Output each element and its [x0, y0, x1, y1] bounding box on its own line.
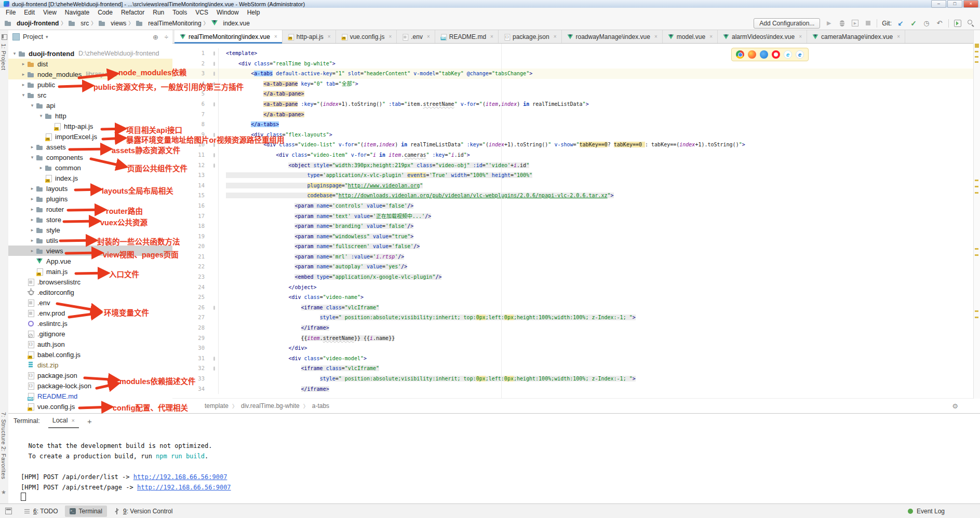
close-icon[interactable]: × — [72, 417, 75, 424]
tree-row-.eslintrc.js[interactable]: .eslintrc.js — [8, 318, 172, 329]
chevron-icon[interactable]: ▸ — [29, 238, 36, 243]
run-anything-icon[interactable] — [954, 19, 962, 28]
chevron-icon[interactable]: ▾ — [11, 51, 18, 56]
tree-row-components[interactable]: ▾components — [8, 152, 172, 162]
chevron-icon[interactable]: ▸ — [29, 144, 36, 149]
chevron-icon[interactable]: ▸ — [29, 227, 36, 233]
history-clock-icon[interactable]: ◷ — [922, 19, 931, 28]
close-button[interactable]: × — [963, 0, 978, 8]
tree-row-.browserslistrc[interactable]: .browserslistrc — [8, 277, 172, 287]
git-commit-icon[interactable]: ✓ — [909, 19, 918, 28]
close-icon[interactable]: × — [897, 34, 900, 39]
menu-item-help[interactable]: Help — [243, 9, 264, 16]
opera-browser-icon[interactable] — [772, 50, 780, 59]
tree-row-src[interactable]: ▾src — [8, 90, 172, 100]
chevron-icon[interactable]: ▸ — [37, 165, 45, 170]
tab-.env[interactable]: .env× — [397, 30, 435, 43]
chevron-icon[interactable]: ▾ — [20, 92, 27, 98]
close-icon[interactable]: × — [799, 34, 802, 39]
tree-row-style[interactable]: ▸style — [8, 225, 172, 235]
toolwindow-switcher-icon[interactable] — [5, 508, 12, 514]
tree-row-package-lock.json[interactable]: package-lock.json — [8, 380, 172, 391]
code-editor[interactable]: 1<template>2 <div class="realTime bg-whi… — [172, 44, 974, 399]
new-terminal-session-button[interactable]: + — [87, 417, 92, 426]
menu-item-file[interactable]: File — [2, 9, 20, 16]
statusbar-terminal[interactable]: Terminal — [65, 506, 107, 517]
tree-row-main.js[interactable]: main.js — [8, 266, 172, 277]
add-configuration-button[interactable]: Add Configuration... — [754, 18, 820, 29]
minimize-button[interactable]: – — [931, 0, 946, 8]
chevron-icon[interactable]: ▸ — [29, 248, 36, 253]
tree-row-store[interactable]: ▸store — [8, 214, 172, 225]
breadcrumb-item-index.vue[interactable]: index.vue — [211, 19, 250, 27]
locate-file-icon[interactable]: ⊕ — [153, 33, 158, 41]
breadcrumb-settings-gear-icon[interactable]: ⚙ — [952, 402, 958, 410]
menu-item-edit[interactable]: Edit — [20, 9, 39, 16]
stripe-favorites-button[interactable]: 2: Favorites — [1, 446, 7, 479]
close-icon[interactable]: × — [654, 34, 657, 39]
tree-row-index.js[interactable]: index.js — [8, 173, 172, 183]
chevron-icon[interactable]: ▾ — [29, 103, 36, 108]
tree-row-.env.prod[interactable]: .env.prod — [8, 308, 172, 318]
coverage-icon[interactable]: ▶ — [851, 19, 859, 28]
close-icon[interactable]: × — [709, 34, 713, 39]
tab-realTimeMonitoring-index.vue[interactable]: realTimeMonitoring\index.vue× — [174, 30, 283, 43]
tree-row-dist[interactable]: ▸dist — [8, 59, 172, 69]
tree-row-.gitignore[interactable]: .gitignore — [8, 329, 172, 339]
maximize-button[interactable]: □ — [947, 0, 962, 8]
tree-row-views[interactable]: ▸views — [8, 246, 172, 256]
close-icon[interactable]: × — [328, 34, 331, 39]
menu-item-navigate[interactable]: Navigate — [61, 9, 93, 16]
close-icon[interactable]: × — [274, 34, 277, 39]
close-icon[interactable]: × — [427, 34, 430, 39]
event-log-button[interactable]: Event Log — [908, 508, 945, 515]
tree-row-vue.config.js[interactable]: vue.config.js — [8, 401, 172, 412]
project-panel-header[interactable]: Project ▾ ⊕ ÷ — [8, 30, 172, 44]
tree-row-utils[interactable]: ▸utils — [8, 235, 172, 246]
tree-row-babel.config.js[interactable]: babel.config.js — [8, 349, 172, 360]
git-update-icon[interactable]: ↙ — [896, 19, 905, 28]
tree-row-duoji-frontend[interactable]: ▾duoji-frontendD:\zheheWeb\duoji-fronten… — [8, 48, 172, 59]
debug-icon[interactable] — [838, 19, 846, 28]
editor-breadcrumb-a-tabs[interactable]: a-tabs — [312, 402, 329, 410]
tree-row-package.json[interactable]: package.json — [8, 370, 172, 380]
menu-item-code[interactable]: Code — [93, 9, 117, 16]
menu-item-window[interactable]: Window — [212, 9, 243, 16]
tree-row-http-api.js[interactable]: http-api.js — [8, 121, 172, 131]
chevron-icon[interactable]: ▸ — [20, 82, 27, 87]
tab-http-api.js[interactable]: http-api.js× — [283, 30, 336, 43]
tab-cameraManage-index.vue[interactable]: cameraManage\index.vue× — [807, 30, 905, 43]
tree-row-App.vue[interactable]: App.vue — [8, 256, 172, 266]
stripe-structure-button[interactable]: 7: Structure — [1, 412, 7, 445]
statusbar-todo[interactable]: 6: TODO — [19, 506, 63, 517]
editor-breadcrumb-template[interactable]: template — [205, 402, 229, 410]
stripe-project-button[interactable]: 1: Project — [1, 44, 7, 70]
chrome-browser-icon[interactable] — [736, 50, 744, 59]
tree-row-public[interactable]: ▸public — [8, 79, 172, 90]
chevron-icon[interactable]: ▸ — [20, 61, 27, 66]
tree-row-dist.zip[interactable]: dist.zip — [8, 360, 172, 370]
tree-row-http[interactable]: ▾http — [8, 111, 172, 121]
tree-row-assets[interactable]: ▸assets — [8, 142, 172, 152]
edge-browser-icon[interactable]: e — [796, 50, 804, 59]
stop-icon[interactable] — [864, 19, 872, 28]
view-options-icon[interactable]: ÷ — [165, 33, 168, 41]
menu-item-run[interactable]: Run — [149, 9, 168, 16]
chevron-icon[interactable]: ▸ — [29, 207, 36, 212]
favorites-star-icon[interactable]: ★ — [1, 489, 6, 496]
tree-row-api[interactable]: ▾api — [8, 100, 172, 111]
tab-package.json[interactable]: package.json× — [499, 30, 562, 43]
tree-row-plugins[interactable]: ▸plugins — [8, 194, 172, 204]
close-icon[interactable]: × — [554, 34, 557, 39]
chevron-icon[interactable]: ▸ — [29, 217, 36, 222]
terminal-tab-local[interactable]: Local × — [48, 414, 79, 428]
chevron-icon[interactable]: ▾ — [29, 155, 36, 160]
tab-model.vue[interactable]: model.vue× — [663, 30, 718, 43]
breadcrumb-item-duoji-frontend[interactable]: duoji-frontend — [4, 19, 59, 27]
menu-item-view[interactable]: View — [39, 9, 61, 16]
chevron-icon[interactable]: ▸ — [29, 186, 36, 191]
tree-row-node_modules[interactable]: ▸node_moduleslibrary root — [8, 69, 172, 79]
tab-vue.config.js[interactable]: vue.config.js× — [336, 30, 397, 43]
statusbar-version-control[interactable]: 9: Version Control — [109, 506, 177, 517]
tab-alarmVideos-index.vue[interactable]: alarmVideos\index.vue× — [718, 30, 807, 43]
